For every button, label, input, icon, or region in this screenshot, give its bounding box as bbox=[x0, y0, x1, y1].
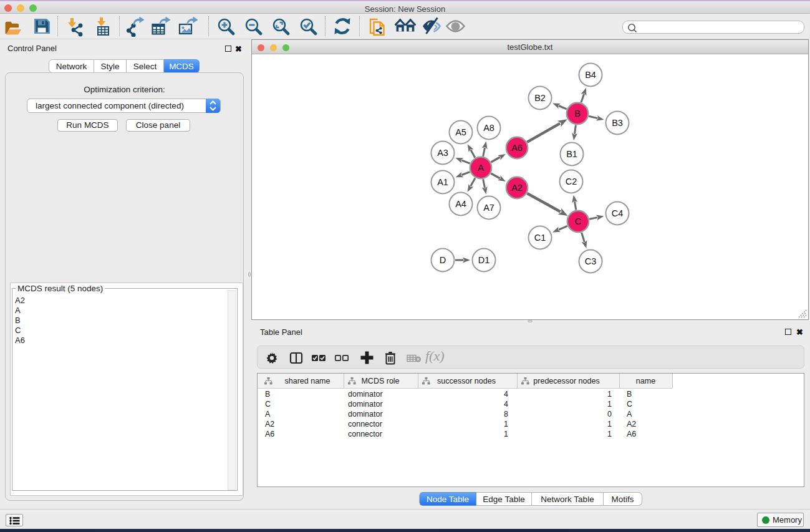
svg-text:B3: B3 bbox=[612, 118, 623, 128]
svg-text:B: B bbox=[574, 109, 581, 118]
svg-text:A8: A8 bbox=[483, 123, 494, 133]
svg-text:A7: A7 bbox=[483, 203, 494, 213]
svg-text:A3: A3 bbox=[437, 148, 448, 158]
svg-text:D: D bbox=[440, 255, 446, 265]
svg-text:A5: A5 bbox=[455, 127, 466, 137]
svg-text:A1: A1 bbox=[437, 177, 448, 187]
svg-text:A4: A4 bbox=[455, 199, 466, 209]
svg-text:B4: B4 bbox=[585, 70, 596, 80]
svg-text:C: C bbox=[575, 216, 581, 226]
svg-text:B1: B1 bbox=[566, 149, 577, 159]
svg-text:C1: C1 bbox=[534, 233, 546, 243]
svg-text:D1: D1 bbox=[478, 255, 490, 265]
svg-text:A2: A2 bbox=[511, 183, 523, 193]
svg-text:B2: B2 bbox=[534, 93, 546, 103]
svg-text:A6: A6 bbox=[511, 143, 523, 153]
svg-text:C4: C4 bbox=[612, 208, 624, 218]
svg-text:C2: C2 bbox=[566, 177, 577, 186]
svg-text:A: A bbox=[478, 163, 484, 173]
svg-text:C3: C3 bbox=[585, 256, 597, 266]
